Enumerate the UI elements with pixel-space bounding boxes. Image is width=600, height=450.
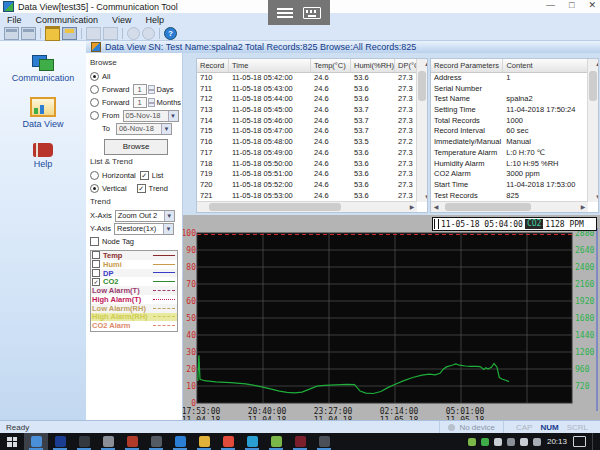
open-file-icon[interactable] xyxy=(45,26,60,41)
parameter-row[interactable]: Record Interval60 sec xyxy=(431,126,598,137)
legend-item-high-alarm-rh-[interactable]: High Alarm(RH) xyxy=(91,313,177,322)
taskbar-app-icon[interactable] xyxy=(120,433,144,450)
start-button[interactable] xyxy=(0,433,24,450)
column-header[interactable]: Temp(°C) xyxy=(311,59,351,72)
taskbar-app-icon[interactable] xyxy=(168,433,192,450)
scrollbar-thumb[interactable] xyxy=(445,203,531,211)
column-header[interactable]: Content xyxy=(503,59,598,72)
taskbar-app-icon[interactable] xyxy=(72,433,96,450)
scroll-up-icon[interactable]: ▲ xyxy=(422,59,428,69)
menu-view[interactable]: View xyxy=(105,15,138,25)
scroll-right-icon[interactable]: ▶ xyxy=(407,202,417,212)
sidebar-item-help[interactable]: Help xyxy=(0,143,86,169)
params-table-hscrollbar[interactable]: ◀ ▶ xyxy=(431,201,588,212)
scroll-down-icon[interactable]: ▼ xyxy=(593,192,599,202)
parameter-row[interactable]: CO2 Alarm3000 ppm xyxy=(431,169,598,180)
table-row[interactable]: 71211-05-18 05:44:0024.653.627.3 xyxy=(197,94,427,105)
column-header[interactable]: DP(°C) xyxy=(395,59,417,72)
radio-forward-months[interactable]: Forward 1 Months xyxy=(90,96,182,109)
parameter-row[interactable]: Address1 xyxy=(431,73,598,84)
record-table-hscrollbar[interactable]: ▶ xyxy=(197,201,417,212)
radio-vertical[interactable] xyxy=(90,184,99,193)
table-row[interactable]: 72011-05-18 05:52:0024.653.627.3 xyxy=(197,180,427,191)
menu-file[interactable]: File xyxy=(0,15,29,25)
legend-item-co2[interactable]: ✓CO2 xyxy=(91,277,177,286)
legend-item-low-alarm-t-[interactable]: Low Alarm(T) xyxy=(91,286,177,295)
sidebar-item-data-view[interactable]: Data View xyxy=(0,97,86,129)
tray-icon[interactable] xyxy=(520,438,528,446)
record-table-vscrollbar[interactable]: ▲ ▼ xyxy=(416,59,427,202)
taskbar-app-icon[interactable] xyxy=(192,433,216,450)
column-header[interactable]: Record xyxy=(197,59,229,72)
co2-trend-chart[interactable]: 1009080706050403020100288026402400216019… xyxy=(183,215,600,420)
legend-item-humi[interactable]: Humi xyxy=(91,260,177,269)
parameter-row[interactable]: Start Time11-04-2018 17:53:00 xyxy=(431,180,598,191)
forward-days-value[interactable]: 1 xyxy=(133,84,147,95)
from-date-select[interactable]: 05-Nov-18 ▼ xyxy=(123,110,179,122)
radio-from[interactable]: From 05-Nov-18 ▼ xyxy=(90,109,182,122)
legend-checkbox[interactable] xyxy=(92,260,100,268)
radio-all-icon[interactable] xyxy=(90,72,99,81)
chevron-down-icon[interactable]: ▼ xyxy=(168,111,178,121)
scrollbar-thumb[interactable] xyxy=(589,71,597,101)
keyboard-icon[interactable] xyxy=(303,7,321,19)
parameter-row[interactable]: Test Namespalna2 xyxy=(431,94,598,105)
parameter-row[interactable]: Temperature AlarmL:0 H:70 ℃ xyxy=(431,148,598,159)
minimize-button[interactable]: — xyxy=(546,0,555,10)
scroll-down-icon[interactable]: ▼ xyxy=(422,192,428,202)
scroll-right-icon[interactable]: ▶ xyxy=(578,202,588,212)
table-row[interactable]: 71411-05-18 05:46:0024.653.727.3 xyxy=(197,116,427,127)
checkbox-list[interactable]: ✓ xyxy=(140,171,149,180)
forward-months-value[interactable]: 1 xyxy=(133,97,147,108)
tray-icon[interactable] xyxy=(507,438,515,446)
taskbar-app-icon[interactable] xyxy=(48,433,72,450)
hamburger-menu-icon[interactable] xyxy=(277,8,293,18)
parameter-row[interactable]: Test Records825 xyxy=(431,191,598,202)
refresh-icon[interactable] xyxy=(142,27,155,40)
radio-all[interactable]: All xyxy=(90,70,182,83)
radio-horizontal[interactable] xyxy=(90,171,99,180)
tray-icon[interactable] xyxy=(481,438,489,446)
table-row[interactable]: 71011-05-18 05:42:0024.653.627.3 xyxy=(197,73,427,84)
column-header[interactable]: Time xyxy=(229,59,311,72)
taskbar-app-communication-tool[interactable] xyxy=(24,433,48,450)
column-header[interactable]: Humi(%RH) xyxy=(351,59,395,72)
taskbar-app-icon[interactable] xyxy=(96,433,120,450)
params-table-vscrollbar[interactable]: ▲ ▼ xyxy=(587,59,598,202)
taskbar-app-icon[interactable] xyxy=(216,433,240,450)
table-row[interactable]: 71511-05-18 05:47:0024.653.727.3 xyxy=(197,126,427,137)
parameter-row[interactable]: Immediately/ManualManual xyxy=(431,137,598,148)
show-desktop-button[interactable] xyxy=(592,433,596,450)
scrollbar-thumb[interactable] xyxy=(209,203,341,211)
scroll-up-icon[interactable]: ▲ xyxy=(593,59,599,69)
taskbar-app-icon[interactable] xyxy=(240,433,264,450)
chevron-down-icon[interactable]: ▼ xyxy=(161,124,171,134)
x-axis-select[interactable]: Zoom Out 2 ▼ xyxy=(115,210,175,222)
column-header[interactable]: Record Parameters xyxy=(431,59,503,72)
close-button[interactable]: ✕ xyxy=(588,0,596,10)
y-axis-select[interactable]: Restore(1x) ▼ xyxy=(114,223,174,235)
chevron-down-icon[interactable]: ▼ xyxy=(164,211,174,221)
taskbar-clock[interactable]: 20:13 xyxy=(547,437,567,446)
parameter-row[interactable]: Setting Time11-04-2018 17:50:24 xyxy=(431,105,598,116)
action-center-icon[interactable] xyxy=(573,436,586,447)
tray-icon[interactable] xyxy=(533,438,541,446)
start-record-icon[interactable] xyxy=(127,27,140,40)
menu-communication[interactable]: Communication xyxy=(29,15,106,25)
legend-checkbox[interactable] xyxy=(92,269,100,277)
table-row[interactable]: 71811-05-18 05:50:0024.653.627.3 xyxy=(197,159,427,170)
taskbar-app-icon[interactable] xyxy=(312,433,336,450)
parameter-row[interactable]: Total Records1000 xyxy=(431,116,598,127)
table-row[interactable]: 71711-05-18 05:49:0024.653.627.3 xyxy=(197,148,427,159)
chevron-down-icon[interactable]: ▼ xyxy=(163,224,173,234)
table-row[interactable]: 71311-05-18 05:45:0024.653.727.3 xyxy=(197,105,427,116)
help-icon[interactable]: ? xyxy=(164,27,177,40)
table-row[interactable]: 72111-05-18 05:53:0024.653.627.3 xyxy=(197,191,427,202)
parameter-row[interactable]: Humidity AlarmL:10 H:95 %RH xyxy=(431,159,598,170)
taskbar-app-icon[interactable] xyxy=(144,433,168,450)
legend-item-dp[interactable]: DP xyxy=(91,269,177,278)
tile-windows-icon[interactable] xyxy=(21,27,36,40)
export-save-icon[interactable] xyxy=(62,27,77,40)
table-row[interactable]: 71111-05-18 05:43:0024.653.627.3 xyxy=(197,84,427,95)
legend-item-temp[interactable]: Temp xyxy=(91,251,177,260)
